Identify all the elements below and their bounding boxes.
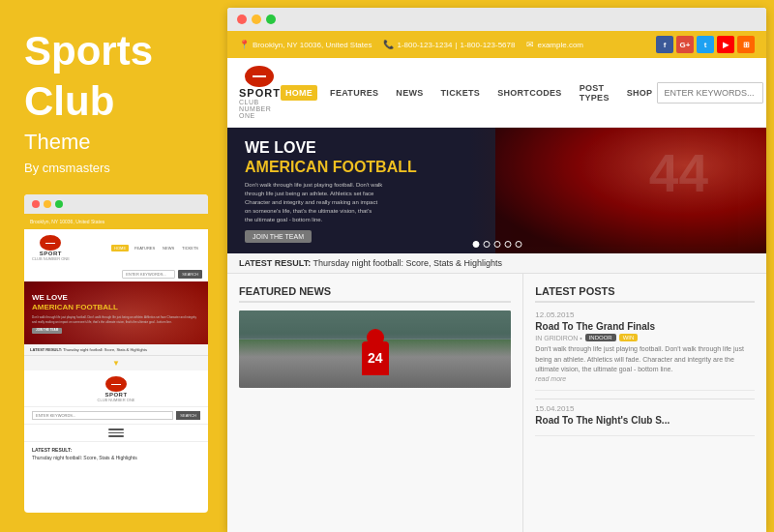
left-panel: Sports Club Theme By cmsmasters Brooklyn…	[0, 0, 227, 532]
topbar-email: ✉ example.com	[526, 40, 583, 49]
browser-dot-yellow	[252, 15, 261, 24]
post-1-tag-indoor: INDOOR	[585, 334, 616, 341]
site-content: FEATURED NEWS 24	[227, 274, 766, 532]
mini-browser: Brooklyn, NY 10036, United States SPORT …	[24, 194, 208, 513]
googleplus-button[interactable]: G+	[676, 36, 694, 53]
mini-nav-links: HOME FEATURES NEWS TICKETS	[111, 245, 200, 251]
topbar-social: f G+ t ▶ ⊞	[656, 36, 755, 53]
hero-dot-3[interactable]	[493, 241, 500, 248]
post-2-title[interactable]: Road To The Night's Club S...	[535, 415, 755, 426]
hero-desc: Don't walk through life just playing foo…	[245, 181, 417, 224]
hero-dot-2[interactable]	[483, 241, 490, 248]
main-search-input[interactable]	[657, 82, 763, 103]
topbar-phone: 📞 1-800-123-1234 | 1-800-123-5678	[383, 40, 515, 49]
featured-player-area: 24	[239, 310, 511, 388]
mini-nav: SPORT CLUB NUMBER ONE HOME FEATURES NEWS…	[24, 229, 208, 267]
nav-tickets[interactable]: TICKETS	[436, 85, 486, 101]
inner-football-icon	[105, 376, 127, 392]
site-topbar: 📍 Brooklyn, NY 10036, United States 📞 1-…	[227, 31, 766, 58]
mini-logo: SPORT CLUB NUMBER ONE	[32, 235, 70, 261]
mini-football-icon	[40, 235, 61, 251]
mini-topbar-text: Brooklyn, NY 10036, United States	[30, 219, 104, 224]
nav-news[interactable]: NEWS	[391, 85, 428, 101]
player-body: 24	[362, 341, 389, 375]
browser-body: 📍 Brooklyn, NY 10036, United States 📞 1-…	[227, 31, 766, 532]
mini-search-button[interactable]: SEARCH	[178, 270, 202, 279]
hero-accent: FOOTBALL	[333, 159, 417, 175]
post-1-date: 12.05.2015	[535, 310, 755, 319]
rss-button[interactable]: ⊞	[737, 36, 755, 53]
browser-dot-green	[266, 15, 276, 24]
twitter-button[interactable]: t	[697, 36, 714, 53]
nav-features[interactable]: FEATURES	[325, 85, 383, 101]
hero-number: 44	[649, 142, 708, 204]
nav-home[interactable]: HOME	[281, 85, 317, 101]
inner-logo-sub: CLUB NUMBER ONE	[98, 398, 135, 402]
hero-title-line2: AMERICAN FOOTBALL	[245, 158, 417, 176]
hamburger-line-3	[108, 435, 124, 437]
featured-news-section: FEATURED NEWS 24	[227, 274, 523, 532]
featured-news-title: FEATURED NEWS	[239, 285, 511, 303]
nav-post-types[interactable]: POST TYPES	[575, 80, 614, 105]
mini-hero-text: WE LOVE AMERICAN FOOTBALL Don't walk thr…	[32, 293, 200, 335]
mini-inner-logo: SPORT CLUB NUMBER ONE	[24, 370, 208, 407]
main-browser: 📍 Brooklyn, NY 10036, United States 📞 1-…	[227, 8, 766, 532]
phone-icon: 📞	[383, 40, 394, 49]
mini-nav-news[interactable]: NEWS	[161, 245, 176, 251]
hero-dot-4[interactable]	[504, 241, 511, 248]
nav-football-icon	[245, 66, 274, 87]
nav-shop[interactable]: SHOP	[622, 85, 658, 101]
mini-nav-tickets[interactable]: TICKETS	[180, 245, 200, 251]
dropdown-arrow-icon[interactable]: ▼	[112, 359, 120, 368]
mini-latest-result: LATEST RESULT: Thursday night football: …	[24, 344, 208, 356]
post-1-read-more[interactable]: read more	[535, 375, 755, 382]
hamburger-line-2	[108, 432, 124, 434]
post-1-meta: IN GRIDIRON • INDOOR WIN	[535, 334, 755, 341]
hero-dot-5[interactable]	[515, 241, 521, 248]
site-hero: 44 WE LOVE AMERICAN FOOTBALL Don't walk …	[227, 128, 766, 253]
hero-text-area: WE LOVE AMERICAN FOOTBALL Don't walk thr…	[245, 138, 417, 242]
nav-logo-text: SPORT	[239, 87, 281, 99]
email-icon: ✉	[526, 40, 534, 49]
hero-dot-1[interactable]	[472, 241, 479, 248]
nav-shortcodes[interactable]: SHORTCODES	[492, 85, 567, 101]
mini-nav-home[interactable]: HOME	[111, 245, 129, 251]
inner-search-button[interactable]: SEARCH	[176, 411, 200, 420]
hero-title-line1: WE LOVE	[245, 138, 417, 157]
post-item-2: 15.04.2015 Road To The Night's Club S...	[535, 404, 755, 436]
latest-result-bar: LATEST RESULT: Thursday night football: …	[227, 253, 766, 274]
inner-search-input[interactable]	[32, 411, 173, 420]
hero-dots	[472, 241, 521, 248]
latest-posts-title: LATEST POSTS	[535, 285, 755, 303]
hamburger-icon[interactable]	[108, 429, 124, 437]
post-1-title[interactable]: Road To The Grand Finals	[535, 321, 755, 332]
join-team-button[interactable]: JOIN THE TEAM	[245, 230, 312, 243]
featured-news-image: 24	[239, 310, 511, 388]
post-2-date: 15.04.2015	[535, 404, 755, 413]
dot-yellow-icon	[44, 200, 51, 208]
mini-join-button[interactable]: JOIN THE TEAM	[32, 328, 62, 334]
mini-inner-search: SEARCH	[24, 407, 208, 425]
latest-posts-section: LATEST POSTS 12.05.2015 Road To The Gran…	[523, 274, 766, 532]
hero-player-image: 44	[495, 128, 766, 253]
mini-hamburger-area	[24, 425, 208, 442]
browser-dot-red	[237, 15, 247, 24]
mini-browser-content: Brooklyn, NY 10036, United States SPORT …	[24, 214, 208, 513]
youtube-button[interactable]: ▶	[717, 36, 734, 53]
post-divider	[535, 399, 755, 399]
hamburger-line-1	[108, 429, 124, 430]
location-icon: 📍	[239, 40, 250, 49]
mini-nav-features[interactable]: FEATURES	[133, 245, 157, 251]
player-jersey-number: 24	[368, 350, 383, 366]
dot-green-icon	[55, 200, 63, 208]
nav-logo-sub: CLUB NUMBER ONE	[239, 99, 281, 119]
mini-search-input[interactable]	[122, 270, 175, 279]
mini-browser-bar	[24, 194, 208, 214]
nav-right: SEARCH 🛒	[657, 82, 766, 103]
left-title: Sports Club Theme By cmsmasters	[24, 29, 208, 194]
mini-logo-sub: CLUB NUMBER ONE	[32, 256, 70, 261]
post-1-excerpt: Don't walk through life just playing foo…	[535, 344, 755, 375]
facebook-button[interactable]: f	[656, 36, 673, 53]
post-1-tag-win: WIN	[619, 334, 639, 341]
site-nav: SPORT CLUB NUMBER ONE HOME FEATURES NEWS…	[227, 58, 766, 128]
